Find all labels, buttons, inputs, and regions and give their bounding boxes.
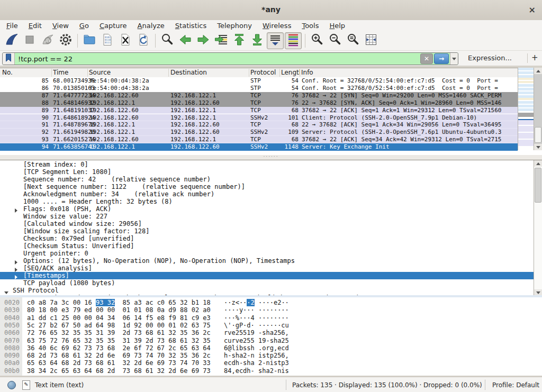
hex-bytes[interactable]: c0 a8 7a 3c 00 16 93 32 85 a3 ac c0 65 3… <box>27 299 211 306</box>
filter-input[interactable] <box>15 53 420 64</box>
detail-row[interactable]: [Checksum Status: Unverified] <box>0 242 534 250</box>
expert-info-icon[interactable] <box>7 381 16 389</box>
add-filter-button[interactable]: + <box>531 53 538 62</box>
hex-bytes[interactable]: 80 18 00 e3 79 ed 00 00 01 01 08 0a d9 8… <box>27 306 211 314</box>
menu-statistics[interactable]: Statistics <box>170 21 212 31</box>
hex-bytes[interactable]: 36 40 6c 69 62 73 73 68 2e 6f 72 67 2c 6… <box>27 344 211 352</box>
hex-ascii[interactable]: curve255 19-sha25 <box>224 337 289 344</box>
zoom-out-button[interactable] <box>327 32 344 49</box>
open-file-button[interactable] <box>81 32 98 49</box>
close-file-button[interactable] <box>117 32 134 49</box>
packet-row-94[interactable]: 9471.663856741192.168.122.1192.168.122.6… <box>0 143 518 151</box>
detail-row[interactable]: 1000 .... = Header Length: 32 bytes (8) <box>0 198 534 205</box>
column-separator[interactable] <box>279 69 280 77</box>
hex-bytes[interactable]: 72 76 65 32 35 35 31 39 2d 73 68 61 32 3… <box>27 329 211 336</box>
hex-ascii[interactable]: 6@libssh .org,ecd <box>224 344 289 352</box>
hex-ascii[interactable]: 84,ecdh- sha2-nis <box>224 367 289 375</box>
menu-view[interactable]: View <box>47 21 74 31</box>
hex-bytes[interactable]: 38 34 2c 65 63 64 68 2d 73 68 61 32 2d 6… <box>27 367 211 375</box>
detail-row[interactable]: [Stream index: 0] <box>0 161 534 168</box>
column-header-no[interactable]: No. <box>2 69 34 76</box>
profile-status[interactable]: Profile: Default <box>492 381 539 389</box>
detail-scrollbar-thumb[interactable] <box>535 168 541 203</box>
find-button[interactable] <box>159 32 176 49</box>
column-separator[interactable] <box>168 69 169 77</box>
hex-bytes-pane[interactable]: 0020c0 a8 7a 3c 00 16 93 32 85 a3 ac c0 … <box>0 297 542 376</box>
hex-bytes[interactable]: 5c 27 b2 67 50 ad 64 98 1d 92 00 00 01 0… <box>27 322 211 329</box>
packet-row-87[interactable]: 8771.647777234192.168.122.60192.168.122.… <box>0 92 518 99</box>
scroll-down-icon[interactable] <box>534 144 542 150</box>
packet-row-85[interactable]: 8568.001734936fe:54:00:d4:38:2aSTP54Conf… <box>0 77 518 85</box>
close-icon[interactable]: × <box>529 5 536 15</box>
capture-comment-icon[interactable]: ✎ <box>22 380 30 390</box>
hex-row-00b0[interactable]: 00b038 34 2c 65 63 64 68 2d 73 68 61 32 … <box>0 367 542 375</box>
column-separator[interactable] <box>51 69 52 77</box>
hex-ascii[interactable]: ecdh-sha 2-nistp3 <box>224 359 289 367</box>
hex-bytes[interactable]: 65 63 64 68 2d 73 68 61 32 2d 6e 69 73 7… <box>27 359 211 367</box>
menu-edit[interactable]: Edit <box>23 21 47 31</box>
hex-row-0030[interactable]: 003080 18 00 e3 79 ed 00 00 01 01 08 0a … <box>0 306 542 314</box>
detail-row[interactable]: Acknowledgment number: 34 (relative ack … <box>0 190 534 198</box>
detail-scrollbar[interactable] <box>534 160 542 296</box>
detail-row[interactable]: Urgent pointer: 0 <box>0 250 534 257</box>
detail-row[interactable]: Sequence number: 42 (relative sequence n… <box>0 176 534 183</box>
menu-capture[interactable]: Capture <box>94 21 132 31</box>
hex-row-0060[interactable]: 006072 76 65 32 35 35 31 39 2d 73 68 61 … <box>0 329 542 336</box>
column-separator[interactable] <box>300 69 300 77</box>
filter-apply-button[interactable]: → <box>434 53 449 64</box>
filter-history-dropdown[interactable] <box>450 53 458 65</box>
detail-row[interactable]: SSH Protocol <box>0 287 534 294</box>
hex-row-0080[interactable]: 008036 40 6c 69 62 73 73 68 2e 6f 72 67 … <box>0 344 542 352</box>
packet-row-90[interactable]: 9071.648618924192.168.122.60192.168.122.… <box>0 114 518 122</box>
start-capture-button[interactable] <box>3 32 20 49</box>
menu-analyze[interactable]: Analyze <box>132 21 170 31</box>
scroll-up-icon[interactable] <box>534 160 542 167</box>
detail-row[interactable]: [SEQ/ACK analysis] <box>0 265 534 272</box>
detail-row[interactable]: [Timestamps] <box>0 272 534 279</box>
hex-ascii[interactable]: ··z<···2 ····e2·· <box>224 299 289 306</box>
colorize-button[interactable] <box>285 32 302 49</box>
restart-capture-button[interactable] <box>39 32 56 49</box>
hex-ascii[interactable]: ····y··· ········ <box>224 306 289 314</box>
packet-row-93[interactable]: 9371.662015274192.168.122.60192.168.122.… <box>0 136 518 143</box>
column-separator[interactable] <box>249 69 249 77</box>
scroll-up-icon[interactable] <box>534 68 542 74</box>
detail-row[interactable]: Flags: 0x018 (PSH, ACK) <box>0 205 534 213</box>
filter-clear-button[interactable]: ✕ <box>420 53 433 64</box>
detail-row[interactable]: Options: (12 bytes), No-Operation (NOP),… <box>0 257 534 265</box>
hex-bytes[interactable]: 63 75 72 76 65 32 35 35 31 39 2d 73 68 6… <box>27 337 211 344</box>
packet-list-minimap[interactable] <box>518 68 534 150</box>
resize-columns-button[interactable] <box>363 32 380 49</box>
go-bottom-button[interactable] <box>249 32 266 49</box>
go-top-button[interactable] <box>231 32 248 49</box>
go-to-packet-button[interactable] <box>213 32 230 49</box>
detail-row[interactable]: [TCP Segment Len: 1080] <box>0 168 534 176</box>
packet-row-86[interactable]: 8670.013850163fe:54:00:d4:38:2aSTP54Conf… <box>0 85 518 92</box>
expression-button[interactable]: Expression... <box>468 54 512 62</box>
zoom-actual-button[interactable] <box>345 32 362 49</box>
menu-wireless[interactable]: Wireless <box>257 21 296 31</box>
hex-row-0040[interactable]: 0040a1 dd c1 25 00 00 04 34 06 14 f5 e8 … <box>0 314 542 322</box>
packet-row-92[interactable]: 9271.661949820192.168.122.1192.168.122.6… <box>0 129 518 136</box>
column-header-source[interactable]: Source <box>89 69 166 76</box>
detail-row[interactable]: [Calculated window size: 29056] <box>0 220 534 227</box>
packet-list-scrollbar[interactable] <box>534 68 542 150</box>
packet-list-scrollbar-thumb[interactable] <box>535 127 541 143</box>
column-separator[interactable] <box>87 69 88 77</box>
hex-ascii[interactable]: h-sha2-n istp256, <box>224 352 289 359</box>
hex-bytes[interactable]: 68 2d 73 68 61 32 2d 6e 69 73 74 70 32 3… <box>27 352 211 359</box>
zoom-in-button[interactable] <box>309 32 326 49</box>
hex-row-0020[interactable]: 0020c0 a8 7a 3c 00 16 93 32 85 a3 ac c0 … <box>0 299 542 306</box>
packet-row-89[interactable]: 8971.648191037192.168.122.60192.168.122.… <box>0 107 518 114</box>
go-back-button[interactable] <box>177 32 194 49</box>
hex-ascii[interactable]: ···%···4 ········ <box>224 314 289 322</box>
column-header-info[interactable]: Info <box>301 69 502 76</box>
go-forward-button[interactable] <box>195 32 212 49</box>
hex-row-0090[interactable]: 009068 2d 73 68 61 32 2d 6e 69 73 74 70 … <box>0 352 542 359</box>
column-header-time[interactable]: Time <box>53 69 85 76</box>
hex-row-0050[interactable]: 00505c 27 b2 67 50 ad 64 98 1d 92 00 00 … <box>0 322 542 329</box>
column-header-length[interactable]: Length <box>281 69 300 76</box>
hex-ascii[interactable]: \'·gP·d· ······cu <box>224 322 289 329</box>
stop-capture-button[interactable] <box>21 32 38 49</box>
detail-row[interactable]: Window size value: 227 <box>0 213 534 220</box>
